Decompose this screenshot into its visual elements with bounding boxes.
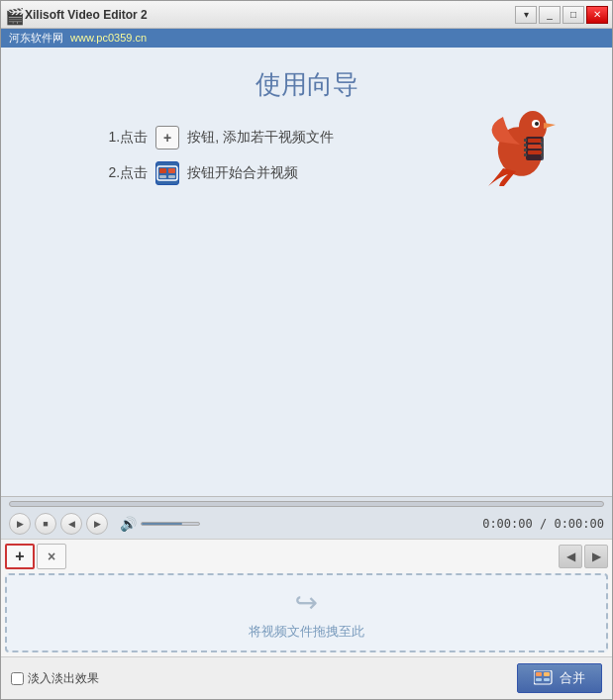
guide-step-1: 1.点击 + 按钮, 添加若干视频文件 — [109, 126, 505, 150]
main-content: 使用向导 — [1, 48, 612, 699]
svg-rect-6 — [528, 145, 542, 149]
drop-zone-text: 将视频文件拖拽至此 — [249, 623, 364, 641]
svg-rect-5 — [528, 139, 542, 143]
volume-icon: 🔊 — [120, 516, 137, 532]
merge-icon-btn — [155, 161, 179, 185]
svg-rect-17 — [159, 168, 166, 173]
svg-rect-15 — [541, 153, 544, 156]
merge-btn-label: 合并 — [560, 669, 585, 687]
svg-rect-22 — [536, 672, 542, 676]
seek-bar[interactable] — [9, 501, 604, 507]
drop-zone[interactable]: ↩ 将视频文件拖拽至此 — [5, 573, 608, 652]
volume-fill — [142, 523, 182, 525]
svg-rect-12 — [541, 139, 544, 142]
file-area: + × ◀ ▶ ↩ 将视频文件拖拽至此 — [1, 539, 612, 656]
svg-rect-9 — [524, 144, 527, 147]
nav-prev-button[interactable]: ◀ — [559, 545, 582, 568]
svg-point-3 — [535, 122, 539, 126]
merge-button[interactable]: 合并 — [517, 663, 602, 693]
next-button[interactable]: ▶ — [86, 513, 108, 535]
svg-rect-19 — [159, 175, 166, 178]
fade-checkbox-input[interactable] — [11, 672, 24, 685]
fade-checkbox-label[interactable]: 淡入淡出效果 — [11, 670, 99, 687]
bottom-bar: 淡入淡出效果 合并 — [1, 656, 612, 699]
watermark-text: 河东软件网 www.pc0359.cn — [9, 31, 147, 46]
svg-rect-25 — [544, 678, 550, 681]
window-title: Xilisoft Video Editor 2 — [25, 8, 515, 22]
playback-controls: ▶ ■ ◀ ▶ 🔊 0:00:00 / 0:00:00 — [9, 513, 604, 535]
close-btn[interactable]: ✕ — [586, 6, 608, 24]
preview-area: 使用向导 — [1, 48, 612, 496]
stop-button[interactable]: ■ — [35, 513, 56, 535]
svg-rect-10 — [524, 149, 527, 151]
svg-rect-11 — [524, 153, 527, 156]
svg-rect-8 — [524, 139, 527, 142]
nav-next-button[interactable]: ▶ — [584, 545, 608, 568]
bird-logo — [478, 97, 562, 190]
svg-rect-14 — [541, 149, 544, 151]
add-file-button[interactable]: + — [5, 544, 35, 569]
window-controls: ▾ _ □ ✕ — [515, 6, 608, 24]
watermark-bar: 河东软件网 www.pc0359.cn — [1, 29, 612, 48]
prev-button[interactable]: ◀ — [60, 513, 82, 535]
svg-rect-18 — [168, 168, 175, 173]
app-icon: 🎬 — [5, 7, 21, 23]
drop-zone-icon: ↩ — [295, 586, 318, 619]
titlebar: 🎬 Xilisoft Video Editor 2 ▾ _ □ ✕ — [1, 1, 612, 29]
delete-file-button[interactable]: × — [37, 544, 66, 569]
volume-bar[interactable] — [141, 522, 200, 526]
guide-title: 使用向导 — [255, 67, 358, 102]
merge-button-icon — [534, 670, 554, 686]
add-icon: + — [155, 126, 179, 150]
file-toolbar: + × ◀ ▶ — [5, 544, 608, 569]
svg-rect-24 — [536, 678, 542, 681]
minimize-btn[interactable]: _ — [539, 6, 561, 24]
svg-rect-23 — [544, 672, 550, 676]
svg-rect-7 — [528, 150, 542, 154]
svg-rect-13 — [541, 144, 544, 147]
time-display: 0:00:00 / 0:00:00 — [482, 517, 604, 531]
guide-step-2: 2.点击 按钮开始合并视频 — [109, 161, 505, 185]
maximize-btn[interactable]: □ — [562, 6, 584, 24]
dropdown-btn[interactable]: ▾ — [515, 6, 537, 24]
fade-label: 淡入淡出效果 — [28, 670, 99, 687]
play-button[interactable]: ▶ — [9, 513, 31, 535]
svg-rect-20 — [168, 175, 175, 178]
main-window: 🎬 Xilisoft Video Editor 2 ▾ _ □ ✕ 河东软件网 … — [0, 0, 613, 700]
guide-steps: 1.点击 + 按钮, 添加若干视频文件 2.点击 — [109, 126, 505, 197]
playback-bar: ▶ ■ ◀ ▶ 🔊 0:00:00 / 0:00:00 — [1, 496, 612, 539]
